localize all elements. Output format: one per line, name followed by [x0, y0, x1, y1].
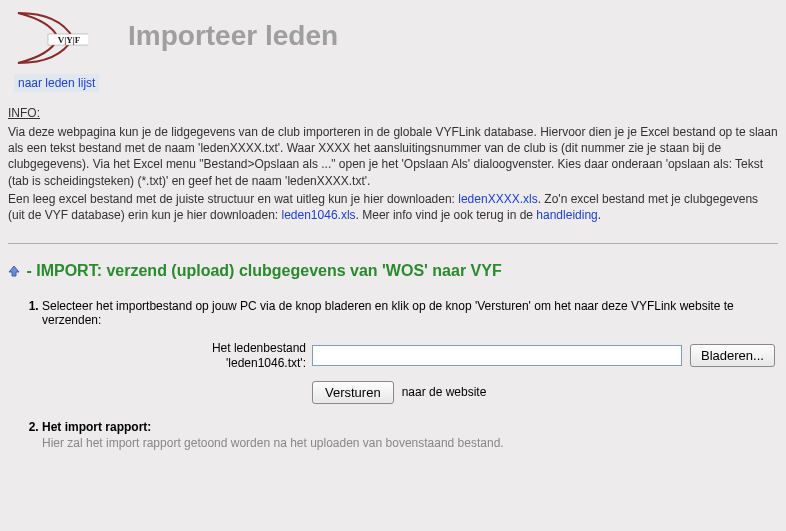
download-template-link[interactable]: ledenXXXX.xls: [458, 192, 537, 206]
manual-link[interactable]: handleiding: [536, 208, 597, 222]
import-section-heading: - IMPORT: verzend (upload) clubgegevens …: [8, 262, 778, 281]
step-1: Selecteer het importbestand op jouw PC v…: [42, 299, 778, 404]
file-row: Het ledenbestand 'leden1046.txt': Blader…: [42, 341, 778, 371]
steps-list: Selecteer het importbestand op jouw PC v…: [8, 299, 778, 450]
info-paragraph-2: Een leeg excel bestand met de juiste str…: [8, 191, 778, 223]
submit-suffix: naar de website: [402, 385, 487, 399]
file-label: Het ledenbestand 'leden1046.txt':: [42, 341, 312, 371]
header: V|Y|F Importeer leden: [8, 8, 778, 68]
logo: V|Y|F: [8, 8, 88, 68]
page-title: Importeer leden: [128, 20, 338, 52]
step-2: Het import rapport: Hier zal het import …: [42, 420, 778, 450]
info-p2-end: .: [598, 208, 601, 222]
info-paragraph-1: Via deze webpagina kun je de lidgegevens…: [8, 124, 778, 189]
download-clubdata-link[interactable]: leden1046.xls: [282, 208, 356, 222]
up-arrow-icon: [8, 263, 20, 281]
file-path-input[interactable]: [312, 345, 682, 366]
info-heading: INFO:: [8, 106, 778, 120]
info-p2-pre: Een leeg excel bestand met de juiste str…: [8, 192, 458, 206]
submit-button[interactable]: Versturen: [312, 381, 394, 404]
file-label-line2: 'leden1046.txt':: [226, 356, 306, 370]
back-to-members-link[interactable]: naar leden lijst: [14, 74, 99, 92]
info-p2-post: . Meer info vind je ook terug in de: [356, 208, 537, 222]
divider: [8, 243, 778, 244]
browse-button[interactable]: Bladeren...: [690, 344, 775, 367]
file-label-line1: Het ledenbestand: [212, 341, 306, 355]
step-1-text: Selecteer het importbestand op jouw PC v…: [42, 299, 778, 327]
import-section-heading-text: - IMPORT: verzend (upload) clubgegevens …: [22, 262, 502, 279]
svg-text:V|Y|F: V|Y|F: [58, 35, 81, 45]
submit-row: Versturen naar de website: [312, 381, 778, 404]
step-2-title: Het import rapport:: [42, 420, 151, 434]
report-note: Hier zal het import rapport getoond word…: [42, 436, 778, 450]
